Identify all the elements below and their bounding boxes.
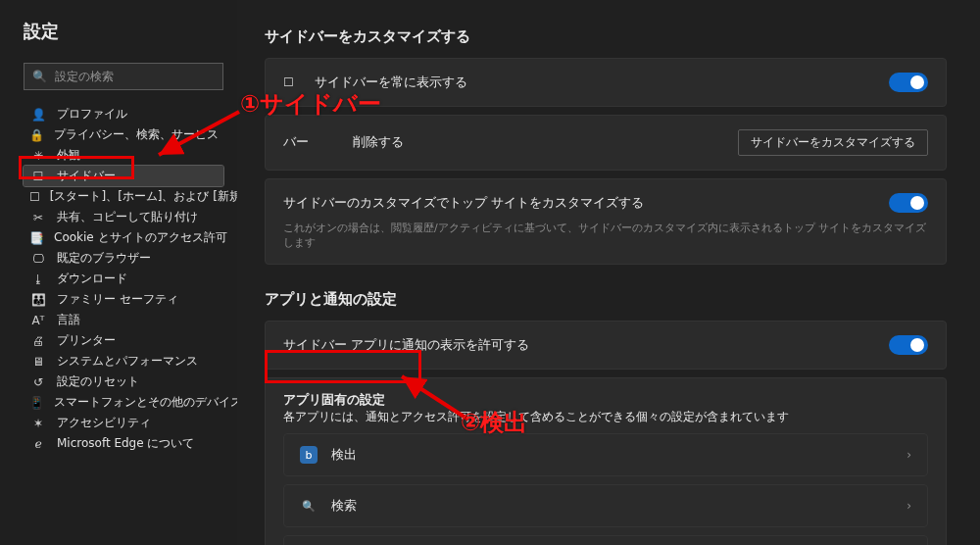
sidebar-item-sidebar[interactable]: ☐サイドバー: [24, 166, 223, 186]
sidebar-item-label: サイドバー: [57, 168, 116, 184]
cookies-icon: 📑: [29, 231, 44, 245]
sidebar-item-family[interactable]: 👪ファミリー セーフティ: [24, 289, 223, 310]
sidebar-item-start[interactable]: ☐[スタート]、[ホーム]、および [新規] タブ: [24, 186, 223, 207]
page-title: 設定: [24, 20, 223, 43]
sidebar-item-language[interactable]: Aᵀ言語: [24, 310, 223, 330]
toggle-customize-topsites[interactable]: [889, 193, 928, 213]
row-remove-sidebar: バー xxxxx 削除する サイドバーをカスタマイズする: [265, 115, 947, 171]
row-remove-sidebar-label: バー xxxxx 削除する: [283, 134, 738, 151]
language-icon: Aᵀ: [29, 314, 47, 327]
chevron-right-icon: ›: [906, 499, 911, 513]
sidebar-item-label: スマートフォンとその他のデバイス: [54, 394, 242, 411]
row-customize-topsites: サイドバーのカスタマイズでトップ サイトをカスタマイズする これがオンの場合は、…: [265, 178, 947, 265]
app-row-m365[interactable]: ●Microsoft 365›: [283, 535, 928, 545]
sidebar-item-label: プロファイル: [57, 106, 127, 123]
sidebar-item-system[interactable]: 🖥システムとパフォーマンス: [24, 351, 223, 372]
search-icon: 🔍: [32, 70, 47, 83]
sidebar-icon: ☐: [29, 170, 47, 183]
sidebar-item-download[interactable]: ⭳ダウンロード: [24, 269, 223, 289]
settings-main: サイドバーをカスタマイズする ☐ サイドバーを常に表示する バー xxxxx 削…: [237, 0, 980, 545]
sidebar-item-label: 共有、コピーして貼り付け: [57, 209, 198, 225]
sidebar-item-a11y[interactable]: ✶アクセシビリティ: [24, 413, 223, 433]
app-row-bing[interactable]: b検出›: [283, 433, 928, 476]
sidebar-item-label: プライバシー、検索、サービス: [54, 126, 219, 143]
toggle-allow-notifications[interactable]: [889, 335, 928, 355]
sidebar-item-label: 既定のブラウザー: [57, 250, 151, 267]
row-customize-topsites-label: サイドバーのカスタマイズでトップ サイトをカスタマイズする: [283, 195, 889, 212]
search-input[interactable]: 🔍 設定の検索: [24, 63, 223, 90]
start-icon: ☐: [29, 190, 40, 204]
sidebar-item-label: プリンター: [57, 332, 116, 349]
sidebar-item-label: システムとパフォーマンス: [57, 353, 198, 370]
sidebar-item-reset[interactable]: ↺設定のリセット: [24, 372, 223, 392]
row-always-show-sidebar: ☐ サイドバーを常に表示する: [265, 58, 947, 107]
section-customize-sidebar-title: サイドバーをカスタマイズする: [265, 27, 947, 46]
sidebar-item-label: Microsoft Edge について: [57, 435, 194, 452]
bing-icon: b: [300, 446, 318, 464]
appearance-icon: ✳: [29, 149, 47, 163]
sidebar-item-phone[interactable]: 📱スマートフォンとその他のデバイス: [24, 392, 223, 413]
app-specific-settings-desc: 各アプリには、通知とアクセス許可を設定して含めることができる個々の設定が含まれて…: [283, 409, 928, 425]
section-apps-notifications-title: アプリと通知の設定: [265, 290, 947, 309]
sidebar-item-cookies[interactable]: 📑Cookie とサイトのアクセス許可: [24, 227, 223, 248]
row-always-show-sidebar-label: サイドバーを常に表示する: [315, 74, 889, 91]
download-icon: ⭳: [29, 272, 47, 286]
sidebar-item-share[interactable]: ✂共有、コピーして貼り付け: [24, 207, 223, 227]
settings-sidebar: 設定 🔍 設定の検索 👤プロファイル🔒プライバシー、検索、サービス✳外観☐サイド…: [0, 0, 237, 545]
customize-sidebar-button[interactable]: サイドバーをカスタマイズする: [738, 129, 928, 156]
sidebar-item-profile[interactable]: 👤プロファイル: [24, 104, 223, 124]
profile-icon: 👤: [29, 108, 47, 122]
search-icon: 🔍: [300, 497, 318, 515]
sidebar-item-label: アクセシビリティ: [57, 415, 151, 431]
sidebar-item-label: 設定のリセット: [57, 373, 139, 390]
sidebar-item-label: 言語: [57, 312, 80, 328]
app-specific-settings: アプリ固有の設定 各アプリには、通知とアクセス許可を設定して含めることができる個…: [265, 377, 947, 545]
sidebar-item-label: 外観: [57, 147, 80, 164]
system-icon: 🖥: [29, 355, 47, 369]
sidebar-item-printer[interactable]: 🖨プリンター: [24, 330, 223, 351]
sidebar-item-label: ファミリー セーフティ: [57, 291, 178, 308]
app-row-label: 検索: [331, 498, 906, 515]
about-icon: ℯ: [29, 437, 47, 451]
browser-icon: 🖵: [29, 252, 47, 266]
family-icon: 👪: [29, 293, 47, 307]
a11y-icon: ✶: [29, 417, 47, 430]
sidebar-item-appearance[interactable]: ✳外観: [24, 145, 223, 166]
row-customize-topsites-desc: これがオンの場合は、閲覧履歴/アクティビティに基づいて、サイドバーのカスタマイズ…: [283, 221, 928, 250]
printer-icon: 🖨: [29, 334, 47, 348]
sidebar-item-about[interactable]: ℯMicrosoft Edge について: [24, 433, 223, 454]
chevron-right-icon: ›: [906, 448, 911, 462]
toggle-always-show-sidebar[interactable]: [889, 73, 928, 92]
sidebar-item-browser[interactable]: 🖵既定のブラウザー: [24, 248, 223, 269]
share-icon: ✂: [29, 211, 47, 224]
sidebar-item-label: Cookie とサイトのアクセス許可: [54, 229, 227, 246]
app-row-label: 検出: [331, 447, 906, 464]
search-placeholder: 設定の検索: [55, 69, 114, 85]
reset-icon: ↺: [29, 375, 47, 389]
row-allow-notifications: サイドバー アプリに通知の表示を許可する: [265, 321, 947, 370]
sidebar-item-label: ダウンロード: [57, 271, 127, 287]
privacy-icon: 🔒: [29, 128, 44, 142]
row-allow-notifications-label: サイドバー アプリに通知の表示を許可する: [283, 337, 889, 354]
phone-icon: 📱: [29, 396, 44, 410]
sidebar-item-privacy[interactable]: 🔒プライバシー、検索、サービス: [24, 124, 223, 145]
app-row-search[interactable]: 🔍検索›: [283, 484, 928, 527]
app-specific-settings-title: アプリ固有の設定: [283, 392, 928, 409]
sidebar-glyph-icon: ☐: [283, 75, 303, 89]
